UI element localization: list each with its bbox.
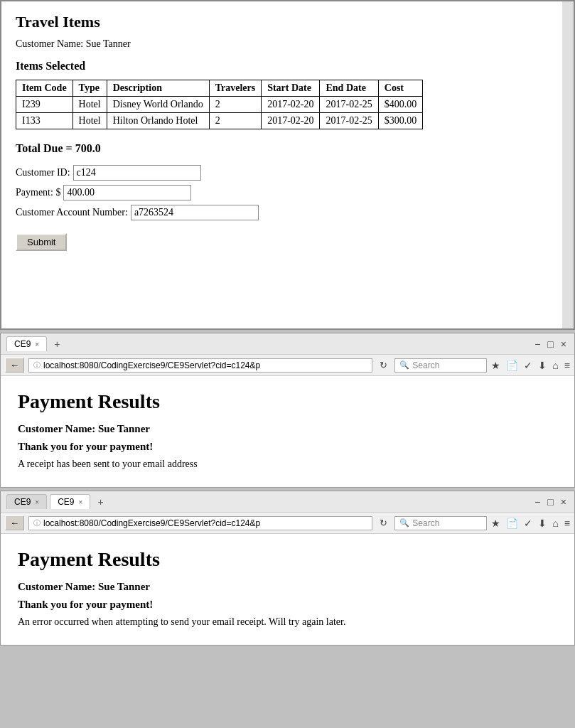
customer-name-result-1: Customer Name: Sue Tanner <box>18 423 557 435</box>
back-btn-1[interactable]: ← <box>5 358 24 373</box>
payment-input[interactable] <box>63 185 191 200</box>
tab-label-2b: CE9 <box>58 497 74 507</box>
table-cell: 2017-02-20 <box>262 97 320 113</box>
col-description: Description <box>107 80 209 97</box>
bookmark-star-2[interactable]: ★ <box>491 518 500 529</box>
browser-content-1: Payment Results Customer Name: Sue Tanne… <box>1 376 574 487</box>
browser-window-2: CE9 × CE9 × + − □ × ← ⓘ localhost:8080/C… <box>0 491 575 646</box>
search-bar-2[interactable]: 🔍 Search <box>394 516 487 530</box>
col-start-date: Start Date <box>262 80 320 97</box>
tab-close-2b[interactable]: × <box>79 498 83 506</box>
table-cell: $400.00 <box>378 97 423 113</box>
table-cell: I239 <box>16 97 73 113</box>
receipt-msg-1: A receipt has been sent to your email ad… <box>18 459 557 470</box>
items-selected-heading: Items Selected <box>16 60 548 73</box>
col-type: Type <box>72 80 107 97</box>
info-icon-2: ⓘ <box>33 518 41 528</box>
window-controls-2: − □ × <box>532 495 569 509</box>
result-title-2: Payment Results <box>18 548 557 571</box>
tab-ce9-2b[interactable]: CE9 × <box>50 494 90 509</box>
titlebar-2: CE9 × CE9 × + − □ × <box>1 491 574 513</box>
customer-id-label: Customer ID: <box>16 167 70 178</box>
table-cell: Hotel <box>72 97 107 113</box>
total-due: Total Due = 700.0 <box>16 142 548 155</box>
refresh-btn-1[interactable]: ↻ <box>377 358 390 372</box>
table-cell: Disney World Orlando <box>107 97 209 113</box>
menu-icon-2[interactable]: ≡ <box>564 518 570 529</box>
bookmark-star-1[interactable]: ★ <box>491 360 500 371</box>
account-group: Customer Account Number: <box>16 205 548 220</box>
table-cell: 2 <box>209 97 262 113</box>
customer-name: Customer Name: Sue Tanner <box>16 38 548 50</box>
table-cell: I133 <box>16 113 73 129</box>
result-title-1: Payment Results <box>18 390 557 413</box>
tabs-area-1: CE9 × + <box>6 336 64 351</box>
win-restore-2[interactable]: □ <box>545 495 555 509</box>
table-cell: 2 <box>209 113 262 129</box>
home-icon-1[interactable]: ⌂ <box>552 360 558 371</box>
search-bar-1[interactable]: 🔍 Search <box>394 358 487 373</box>
page-title: Travel Items <box>16 13 548 31</box>
address-bar-1[interactable]: ⓘ localhost:8080/CodingExercise9/CE9Serv… <box>28 358 372 373</box>
refresh-btn-2[interactable]: ↻ <box>377 516 390 530</box>
nav-icons-2: ★ 📄 ✓ ⬇ ⌂ ≡ <box>491 518 570 529</box>
download-icon-1[interactable]: ⬇ <box>538 360 547 371</box>
customer-id-input[interactable] <box>73 165 201 181</box>
search-placeholder-2: Search <box>412 518 482 528</box>
col-cost: Cost <box>378 80 423 97</box>
tab-ce9-2a[interactable]: CE9 × <box>6 494 47 509</box>
col-item-code: Item Code <box>16 80 73 97</box>
tabs-area-2: CE9 × CE9 × + <box>6 494 108 509</box>
search-icon-2: 🔍 <box>399 518 409 528</box>
back-btn-2[interactable]: ← <box>5 515 24 530</box>
win-restore-1[interactable]: □ <box>545 337 555 351</box>
tab-ce9-1[interactable]: CE9 × <box>6 336 47 351</box>
new-tab-btn-1[interactable]: + <box>50 338 64 350</box>
address-text-2: localhost:8080/CodingExercise9/CE9Servle… <box>43 518 367 528</box>
table-header-row: Item Code Type Description Travelers Sta… <box>16 80 423 97</box>
win-minimize-2[interactable]: − <box>532 495 542 509</box>
shield-icon-2[interactable]: ✓ <box>524 518 532 529</box>
account-input[interactable] <box>131 205 259 220</box>
travel-items-panel: Travel Items Customer Name: Sue Tanner I… <box>0 0 575 330</box>
table-cell: 2017-02-25 <box>320 97 378 113</box>
menu-icon-1[interactable]: ≡ <box>564 360 570 371</box>
titlebar-1: CE9 × + − □ × <box>1 333 574 355</box>
col-end-date: End Date <box>320 80 378 97</box>
tab-close-1[interactable]: × <box>35 341 39 348</box>
account-label: Customer Account Number: <box>16 207 128 218</box>
payment-label: Payment: $ <box>16 187 60 198</box>
tab-label-1: CE9 <box>14 339 31 349</box>
bookmark-icon-2[interactable]: 📄 <box>506 518 518 529</box>
thank-you-2: Thank you for your payment! <box>18 599 557 611</box>
search-placeholder-1: Search <box>412 360 482 370</box>
win-close-2[interactable]: × <box>559 495 569 509</box>
table-cell: Hotel <box>72 113 107 129</box>
customer-id-group: Customer ID: <box>16 165 548 181</box>
info-icon-1: ⓘ <box>33 360 41 370</box>
table-cell: $300.00 <box>378 113 423 129</box>
new-tab-btn-2[interactable]: + <box>93 496 107 508</box>
search-icon-1: 🔍 <box>399 360 409 370</box>
address-bar-2[interactable]: ⓘ localhost:8080/CodingExercise9/CE9Serv… <box>28 516 372 530</box>
navbar-1: ← ⓘ localhost:8080/CodingExercise9/CE9Se… <box>1 355 574 376</box>
table-cell: Hilton Orlando Hotel <box>107 113 209 129</box>
shield-icon-1[interactable]: ✓ <box>524 360 532 371</box>
table-cell: 2017-02-20 <box>262 113 320 129</box>
customer-name-result-2: Customer Name: Sue Tanner <box>18 581 557 593</box>
payment-group: Payment: $ <box>16 185 548 200</box>
navbar-2: ← ⓘ localhost:8080/CodingExercise9/CE9Se… <box>1 513 574 534</box>
bookmark-icon-1[interactable]: 📄 <box>506 360 518 371</box>
items-table: Item Code Type Description Travelers Sta… <box>16 80 423 129</box>
window-controls-1: − □ × <box>532 337 569 351</box>
browser-content-2: Payment Results Customer Name: Sue Tanne… <box>1 534 574 645</box>
download-icon-2[interactable]: ⬇ <box>538 518 547 529</box>
tab-close-2a[interactable]: × <box>35 498 39 506</box>
home-icon-2[interactable]: ⌂ <box>552 518 558 529</box>
win-close-1[interactable]: × <box>559 337 569 351</box>
table-row: I239HotelDisney World Orlando22017-02-20… <box>16 97 423 113</box>
address-text-1: localhost:8080/CodingExercise9/CE9Servle… <box>43 360 367 370</box>
submit-button[interactable]: Submit <box>16 233 67 251</box>
win-minimize-1[interactable]: − <box>532 337 542 351</box>
panel-scroll-area[interactable]: Travel Items Customer Name: Sue Tanner I… <box>1 1 574 328</box>
